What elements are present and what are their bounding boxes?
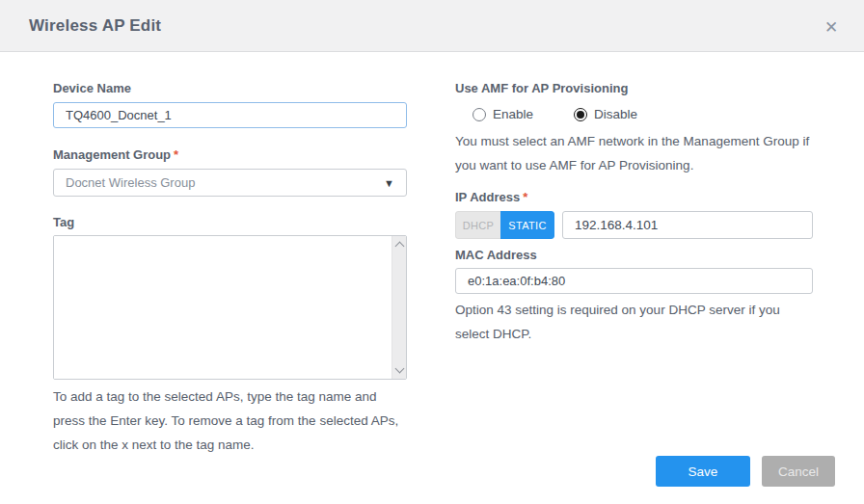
amf-disable-option[interactable]: Disable [574,107,637,121]
amf-help-text: You must select an AMF network in the Ma… [455,129,813,177]
management-group-selected-value: Docnet Wireless Group [66,175,384,190]
dhcp-toggle-button[interactable]: DHCP [455,211,500,239]
tag-field-container [53,235,407,380]
ip-address-label: IP Address* [455,190,813,204]
management-group-select[interactable]: Docnet Wireless Group ▼ [53,169,407,197]
dialog-header: Wireless AP Edit ✕ [0,0,864,52]
radio-unchecked-icon[interactable] [472,108,486,121]
required-asterisk: * [523,190,527,204]
amf-enable-option[interactable]: Enable [472,107,533,121]
right-column: Use AMF for AP Provisioning Enable Disab… [455,52,813,346]
tag-textarea[interactable] [54,236,392,379]
ip-address-label-text: IP Address [455,190,520,204]
management-group-label: Management Group* [53,147,407,162]
required-asterisk: * [174,147,178,162]
tag-help-text: To add a tag to the selected APs, type t… [53,385,407,457]
mac-address-label: MAC Address [455,248,813,262]
ip-address-row: DHCP STATIC [455,211,813,239]
cancel-button[interactable]: Cancel [762,456,835,487]
close-icon[interactable]: ✕ [820,15,843,39]
scroll-down-icon[interactable] [394,364,404,374]
amf-enable-label: Enable [493,107,533,121]
chevron-down-icon: ▼ [384,177,394,189]
device-name-label: Device Name [53,81,407,95]
tag-scrollbar[interactable] [392,236,406,379]
save-button[interactable]: Save [656,456,750,487]
device-name-input[interactable] [53,102,407,128]
ip-address-input[interactable] [562,211,813,239]
left-column: Device Name Management Group* Docnet Wir… [53,52,407,457]
scroll-up-icon[interactable] [394,242,404,252]
ip-mode-toggle: DHCP STATIC [455,211,554,239]
wireless-ap-edit-dialog: Wireless AP Edit ✕ Device Name Managemen… [0,0,864,504]
static-toggle-button[interactable]: STATIC [500,211,554,239]
dialog-title: Wireless AP Edit [29,16,161,36]
mac-help-text: Option 43 setting is required on your DH… [455,298,813,346]
management-group-label-text: Management Group [53,147,171,162]
radio-checked-icon[interactable] [574,108,587,121]
amf-radio-group: Enable Disable [455,107,813,121]
amf-disable-label: Disable [594,107,637,121]
tag-label: Tag [53,215,407,229]
amf-label: Use AMF for AP Provisioning [455,81,813,95]
mac-address-input[interactable] [455,268,813,294]
